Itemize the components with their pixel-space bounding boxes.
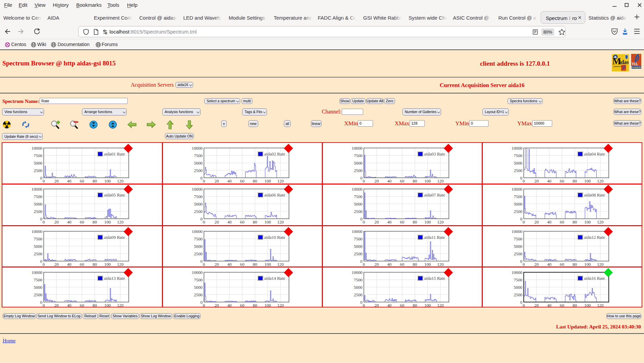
svg-text:0: 0 — [40, 217, 42, 221]
svg-text:120: 120 — [597, 220, 603, 225]
svg-text:20: 20 — [214, 262, 219, 267]
svg-text:7500: 7500 — [34, 237, 42, 241]
svg-text:0: 0 — [522, 303, 524, 308]
svg-text:40: 40 — [227, 179, 231, 184]
svg-text:20: 20 — [214, 303, 219, 308]
svg-text:POWERED: POWERED — [632, 66, 642, 68]
svg-text:100: 100 — [584, 262, 590, 267]
svg-text:0: 0 — [362, 303, 365, 308]
svg-text:aida05 Rate: aida05 Rate — [104, 192, 125, 197]
svg-text:80: 80 — [253, 262, 257, 267]
svg-text:100: 100 — [104, 303, 110, 308]
svg-text:0: 0 — [522, 262, 524, 267]
svg-text:60: 60 — [80, 220, 84, 225]
svg-text:2500: 2500 — [514, 293, 522, 297]
svg-text:60: 60 — [240, 179, 244, 184]
svg-text:0: 0 — [203, 303, 205, 308]
svg-text:2500: 2500 — [514, 209, 522, 214]
svg-text:120: 120 — [597, 303, 603, 308]
svg-text:100: 100 — [584, 303, 590, 308]
svg-text:7500: 7500 — [34, 153, 42, 158]
svg-text:0: 0 — [362, 262, 365, 267]
svg-text:40: 40 — [387, 262, 391, 267]
svg-text:60: 60 — [80, 303, 84, 308]
svg-text:120: 120 — [117, 262, 123, 267]
svg-text:80: 80 — [92, 179, 97, 184]
svg-text:20: 20 — [374, 220, 379, 225]
svg-text:7500: 7500 — [514, 153, 522, 158]
svg-text:10000: 10000 — [192, 229, 203, 234]
svg-text:5000: 5000 — [514, 244, 522, 249]
svg-text:aida16 Rate: aida16 Rate — [584, 276, 605, 281]
svg-text:20: 20 — [54, 220, 59, 225]
svg-text:120: 120 — [437, 179, 443, 184]
svg-text:60: 60 — [400, 303, 404, 308]
svg-text:20: 20 — [54, 303, 59, 308]
svg-text:100: 100 — [264, 262, 271, 267]
svg-text:5000: 5000 — [354, 161, 362, 166]
svg-text:2500: 2500 — [354, 209, 362, 214]
svg-text:10000: 10000 — [512, 146, 522, 151]
svg-text:2500: 2500 — [514, 252, 522, 256]
svg-text:5000: 5000 — [194, 202, 203, 207]
svg-text:aida12 Rate: aida12 Rate — [584, 235, 605, 240]
svg-text:120: 120 — [277, 303, 284, 308]
svg-text:40: 40 — [547, 262, 551, 267]
svg-text:5000: 5000 — [514, 202, 522, 207]
svg-text:100: 100 — [104, 220, 110, 225]
svg-text:100: 100 — [264, 303, 271, 308]
svg-text:7500: 7500 — [354, 237, 362, 241]
svg-text:5000: 5000 — [34, 285, 42, 290]
svg-text:TCL/TK: TCL/TK — [622, 70, 626, 71]
svg-text:40: 40 — [547, 220, 551, 225]
svg-text:5000: 5000 — [514, 161, 522, 166]
svg-text:5000: 5000 — [194, 161, 203, 166]
svg-text:aida08 Rate: aida08 Rate — [584, 192, 605, 197]
svg-text:80: 80 — [413, 179, 417, 184]
svg-text:100: 100 — [424, 303, 431, 308]
svg-text:80: 80 — [92, 220, 97, 225]
svg-text:0: 0 — [362, 220, 365, 225]
svg-text:0: 0 — [522, 179, 524, 184]
svg-text:2500: 2500 — [34, 293, 42, 297]
svg-text:120: 120 — [277, 262, 284, 267]
svg-text:5000: 5000 — [34, 161, 42, 166]
svg-text:0: 0 — [362, 179, 365, 184]
svg-text:0: 0 — [360, 217, 362, 221]
svg-text:120: 120 — [117, 303, 123, 308]
svg-text:aida04 Rate: aida04 Rate — [584, 151, 605, 156]
svg-text:TCL: TCL — [632, 62, 638, 66]
svg-text:80: 80 — [413, 220, 417, 225]
svg-text:5000: 5000 — [34, 244, 42, 249]
svg-text:0: 0 — [520, 259, 522, 264]
svg-text:7500: 7500 — [194, 278, 203, 282]
svg-text:2500: 2500 — [354, 252, 362, 256]
svg-text:10000: 10000 — [192, 146, 203, 151]
svg-text:100: 100 — [104, 179, 110, 184]
svg-text:0: 0 — [203, 220, 205, 225]
svg-text:60: 60 — [240, 220, 244, 225]
svg-text:80: 80 — [253, 220, 257, 225]
svg-text:40: 40 — [227, 220, 231, 225]
svg-text:0: 0 — [42, 303, 44, 308]
svg-text:aida09 Rate: aida09 Rate — [104, 235, 125, 240]
svg-text:100: 100 — [584, 179, 590, 184]
svg-text:0: 0 — [360, 300, 362, 305]
svg-text:60: 60 — [400, 220, 404, 225]
svg-text:10000: 10000 — [32, 187, 42, 192]
svg-text:0: 0 — [200, 176, 202, 180]
svg-text:60: 60 — [560, 220, 564, 225]
svg-text:20: 20 — [54, 179, 59, 184]
svg-text:40: 40 — [67, 220, 71, 225]
svg-text:5000: 5000 — [514, 285, 522, 290]
svg-text:80: 80 — [573, 262, 577, 267]
svg-text:120: 120 — [437, 303, 443, 308]
svg-text:0: 0 — [203, 262, 205, 267]
svg-text:10000: 10000 — [352, 229, 362, 234]
svg-text:40: 40 — [227, 262, 231, 267]
svg-text:40: 40 — [387, 220, 391, 225]
svg-text:80: 80 — [413, 303, 417, 308]
svg-text:10000: 10000 — [192, 270, 203, 275]
svg-text:100: 100 — [264, 179, 271, 184]
svg-text:2500: 2500 — [194, 168, 203, 173]
